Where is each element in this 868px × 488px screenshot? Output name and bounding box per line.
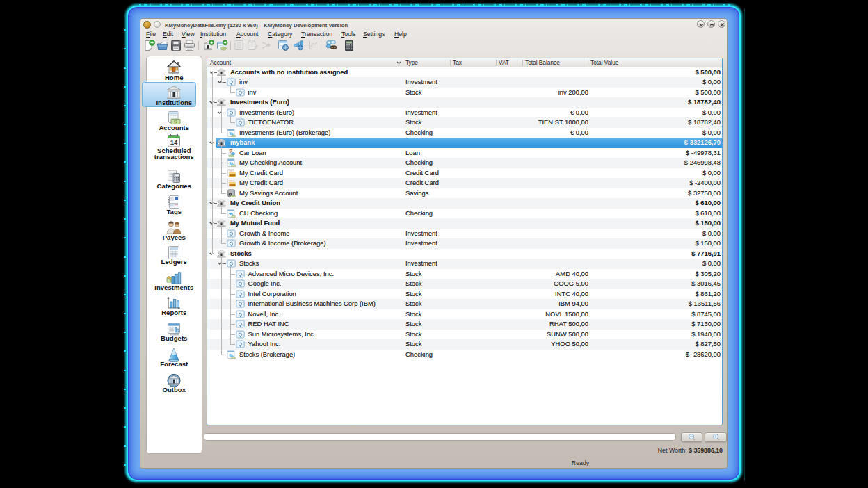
- svg-text:14: 14: [170, 138, 178, 146]
